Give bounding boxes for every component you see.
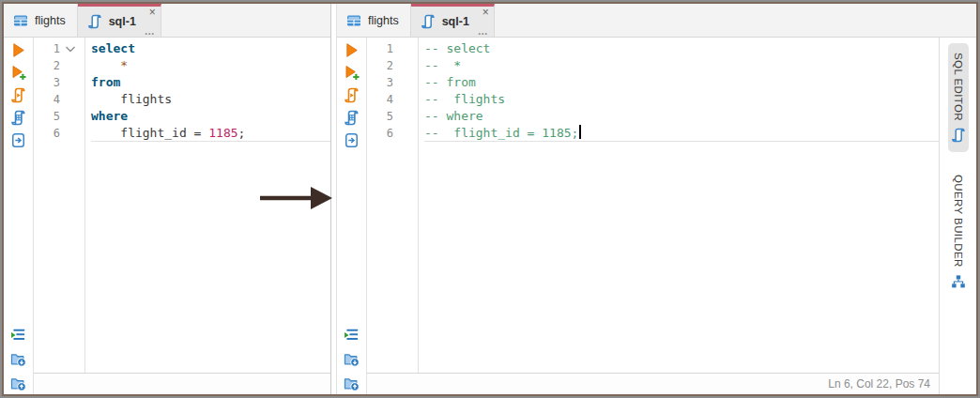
fold-chevron-down-icon[interactable]: [60, 45, 81, 54]
tab-label: sql-1: [442, 15, 469, 28]
execute-statement-icon[interactable]: [10, 42, 26, 58]
text-cursor: [579, 125, 580, 139]
code-line: select: [91, 40, 330, 57]
code-line: *: [91, 57, 330, 74]
statusbar: [34, 373, 330, 394]
execute-script-icon[interactable]: [10, 87, 26, 103]
code-line: flights: [91, 91, 330, 108]
panel-body: 123456 -- select-- *-- from-- flights-- …: [337, 38, 976, 394]
explain-plan-icon[interactable]: [344, 110, 360, 126]
line-number: 2: [367, 57, 418, 74]
open-script-icon[interactable]: [10, 351, 26, 367]
editor-tabbar: flights sql-1 × …: [4, 4, 330, 38]
toolbar-run-group: [344, 42, 360, 148]
tab-flights[interactable]: flights: [4, 4, 78, 37]
hierarchy-icon: [951, 274, 966, 289]
execute-script-icon[interactable]: [344, 87, 360, 103]
sql-editor-panel-after: flights sql-1 × … 123456 -- select: [336, 4, 976, 394]
caret-position: Ln 6, Col 22, Pos 74: [828, 377, 930, 390]
execute-statement-icon[interactable]: [344, 42, 360, 58]
line-number: 2: [34, 57, 84, 74]
editor-column: 123456 -- select-- *-- from-- flights-- …: [367, 38, 939, 394]
toolbar-run-group: [10, 42, 26, 148]
line-number: 1: [34, 40, 84, 57]
line-number: 3: [34, 74, 84, 91]
dbeaver-window: flights sql-1 × … 123456 select: [0, 0, 980, 398]
code-line: -- *: [424, 57, 939, 74]
editor-toolbar: [4, 38, 34, 394]
code-line: -- where: [424, 108, 939, 125]
tab-sql-1[interactable]: sql-1 × …: [411, 4, 495, 37]
line-number: 3: [367, 74, 418, 91]
editor-toolbar: [337, 38, 367, 394]
line-number: 4: [367, 91, 418, 108]
code-line: -- flights: [424, 91, 939, 108]
script-icon: [951, 128, 966, 143]
close-icon[interactable]: ×: [149, 7, 156, 18]
tab-label: sql-1: [109, 15, 136, 28]
editor-side-tabs: SQL EDITOR QUERY BUILDER: [939, 38, 976, 394]
export-result-icon[interactable]: [344, 132, 360, 148]
sql-editor-panel-before: flights sql-1 × … 123456 select: [4, 4, 331, 394]
line-number: 6: [367, 125, 418, 142]
sql-editor[interactable]: 123456 select *from flightswhere flight_…: [34, 38, 330, 373]
side-tab-query-builder[interactable]: QUERY BUILDER: [948, 165, 969, 298]
script-list-icon[interactable]: [10, 327, 26, 343]
tab-label: flights: [368, 14, 399, 27]
statusbar: Ln 6, Col 22, Pos 74: [367, 373, 939, 394]
line-number: 1: [367, 40, 418, 57]
open-script-icon[interactable]: [344, 351, 360, 367]
toolbar-file-group: [10, 327, 26, 391]
table-icon: [13, 13, 28, 28]
side-tab-label: QUERY BUILDER: [953, 175, 964, 268]
line-number-gutter: 123456: [34, 38, 85, 373]
line-number: 4: [34, 91, 84, 108]
sql-editor[interactable]: 123456 -- select-- *-- from-- flights-- …: [367, 38, 939, 373]
explain-plan-icon[interactable]: [10, 110, 26, 126]
side-tab-label: SQL EDITOR: [953, 53, 964, 121]
line-number: 6: [34, 125, 84, 142]
code-line: flight_id = 1185;: [91, 125, 330, 142]
tab-label: flights: [35, 14, 66, 27]
code-line: -- from: [424, 74, 939, 91]
script-icon: [421, 14, 436, 29]
execute-new-tab-icon[interactable]: [344, 65, 360, 81]
tab-flights[interactable]: flights: [337, 4, 411, 37]
table-icon: [346, 13, 361, 28]
line-number: 5: [367, 108, 418, 125]
close-icon[interactable]: ×: [482, 7, 489, 18]
script-icon: [87, 14, 102, 29]
overflow-dots-icon[interactable]: …: [478, 26, 489, 36]
line-number: 5: [34, 108, 84, 125]
panel-body: 123456 select *from flightswhere flight_…: [4, 38, 330, 394]
code-area[interactable]: select *from flightswhere flight_id = 11…: [85, 38, 330, 373]
overflow-dots-icon[interactable]: …: [145, 26, 156, 36]
editor-tabbar: flights sql-1 × …: [337, 4, 976, 38]
side-tab-sql-editor[interactable]: SQL EDITOR: [948, 43, 969, 152]
editor-column: 123456 select *from flightswhere flight_…: [34, 38, 330, 394]
code-area[interactable]: -- select-- *-- from-- flights-- where--…: [419, 38, 939, 373]
toolbar-file-group: [344, 327, 360, 391]
code-line: where: [91, 108, 330, 125]
tab-sql-1[interactable]: sql-1 × …: [78, 4, 161, 37]
code-line: from: [91, 74, 330, 91]
line-number-gutter: 123456: [367, 38, 419, 373]
save-script-icon[interactable]: [10, 375, 26, 391]
code-line: -- select: [424, 40, 939, 57]
save-script-icon[interactable]: [344, 375, 360, 391]
code-line: -- flight_id = 1185;: [424, 125, 939, 142]
execute-new-tab-icon[interactable]: [10, 65, 26, 81]
export-result-icon[interactable]: [10, 132, 26, 148]
script-list-icon[interactable]: [344, 327, 360, 343]
window-frame: flights sql-1 × … 123456 select: [2, 2, 978, 396]
